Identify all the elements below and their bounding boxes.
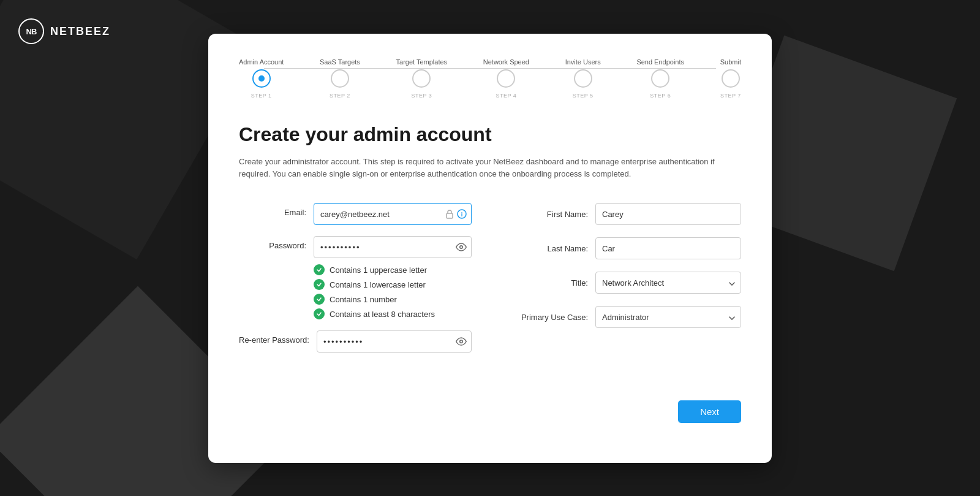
step-6-circle xyxy=(651,69,669,88)
check-number-icon xyxy=(314,294,325,305)
validation-list: Contains 1 uppercase letter Contains 1 l… xyxy=(314,264,472,319)
stepper: Admin Account STEP 1 SaaS Targets STEP 2… xyxy=(239,58,741,99)
firstname-label: First Name: xyxy=(508,210,588,219)
form-description: Create your administrator account. This … xyxy=(239,156,741,181)
form-left: Email: i xyxy=(239,203,472,364)
step-7-circle xyxy=(722,69,740,88)
email-field-row: Email: i xyxy=(239,203,472,225)
password-label: Password: xyxy=(239,236,306,250)
usecase-field-row: Primary Use Case: Administrator Network … xyxy=(508,306,741,328)
usecase-label: Primary Use Case: xyxy=(508,313,588,322)
lastname-input[interactable] xyxy=(595,237,741,259)
next-button[interactable]: Next xyxy=(678,400,741,423)
repassword-field-row: Re-enter Password: xyxy=(239,330,472,353)
step-2: SaaS Targets STEP 2 xyxy=(320,58,360,99)
eye-icon-2 xyxy=(456,336,467,347)
password-input-container xyxy=(314,236,472,258)
title-select[interactable]: Network Architect Engineer Manager Direc… xyxy=(595,272,741,294)
step-1-circle xyxy=(252,69,271,88)
usecase-select[interactable]: Administrator Network Engineer IT Manage… xyxy=(595,306,741,328)
step-3-circle xyxy=(412,69,431,88)
step-7: Submit STEP 7 xyxy=(720,58,741,99)
validation-number: Contains 1 number xyxy=(314,294,472,305)
brand-name: NETBEEZ xyxy=(50,25,110,38)
step-4: Network Speed STEP 4 xyxy=(483,58,529,99)
validation-length: Contains at least 8 characters xyxy=(314,308,472,319)
repassword-toggle-button[interactable] xyxy=(456,336,467,347)
lock-icon xyxy=(445,209,454,219)
step-3: Target Templates STEP 3 xyxy=(396,58,448,99)
eye-icon xyxy=(456,242,467,253)
lastname-input-wrap xyxy=(595,237,741,259)
email-input-wrap: i xyxy=(314,203,472,225)
main-card: Admin Account STEP 1 SaaS Targets STEP 2… xyxy=(208,34,772,463)
step-2-circle xyxy=(331,69,349,88)
title-field-row: Title: Network Architect Engineer Manage… xyxy=(508,272,741,294)
lastname-field-row: Last Name: xyxy=(508,237,741,259)
form-right: First Name: Last Name: Title: Network Ar… xyxy=(508,203,741,364)
svg-rect-0 xyxy=(447,213,453,218)
repassword-input-wrap xyxy=(317,330,472,353)
step-1: Admin Account STEP 1 xyxy=(239,58,284,99)
password-input-wrap: Contains 1 uppercase letter Contains 1 l… xyxy=(314,236,472,319)
email-label: Email: xyxy=(239,203,306,217)
svg-text:i: i xyxy=(461,212,463,218)
check-length-icon xyxy=(314,308,325,319)
lastname-label: Last Name: xyxy=(508,244,588,253)
info-icon: i xyxy=(457,209,467,219)
step-6: Send Endpoints STEP 6 xyxy=(636,58,684,99)
repassword-input-container xyxy=(317,330,472,353)
check-lowercase-icon xyxy=(314,279,325,290)
firstname-field-row: First Name: xyxy=(508,203,741,225)
bottom-bar: Next xyxy=(239,400,741,423)
form-columns: Email: i xyxy=(239,203,741,364)
title-label: Title: xyxy=(508,278,588,288)
password-input[interactable] xyxy=(314,236,472,258)
logo-icon: NB xyxy=(18,18,44,44)
step-5: Invite Users STEP 5 xyxy=(565,58,601,99)
step-5-circle xyxy=(574,69,592,88)
title-input-wrap: Network Architect Engineer Manager Direc… xyxy=(595,272,741,294)
step-4-circle xyxy=(497,69,515,88)
svg-point-3 xyxy=(460,246,463,249)
firstname-input[interactable] xyxy=(595,203,741,225)
firstname-input-wrap xyxy=(595,203,741,225)
repassword-input[interactable] xyxy=(317,330,472,353)
logo-area: NB NETBEEZ xyxy=(18,18,110,44)
password-toggle-button[interactable] xyxy=(456,242,467,253)
repassword-label: Re-enter Password: xyxy=(239,330,309,345)
svg-point-4 xyxy=(460,340,463,343)
validation-lowercase: Contains 1 lowercase letter xyxy=(314,279,472,290)
email-input-container: i xyxy=(314,203,472,225)
usecase-input-wrap: Administrator Network Engineer IT Manage… xyxy=(595,306,741,328)
page-title: Create your admin account xyxy=(239,123,741,146)
check-uppercase-icon xyxy=(314,264,325,275)
email-icons: i xyxy=(445,209,467,219)
password-field-row: Password: xyxy=(239,236,472,319)
validation-uppercase: Contains 1 uppercase letter xyxy=(314,264,472,275)
